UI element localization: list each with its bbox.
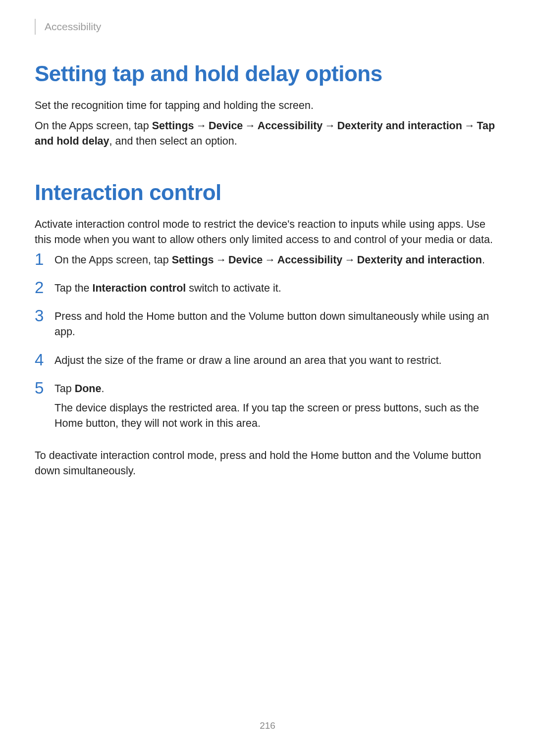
text: On the Apps screen, tap xyxy=(35,120,152,132)
page-number: 216 xyxy=(0,720,535,731)
step-5: 5 Tap Done. The device displays the rest… xyxy=(35,381,500,436)
heading-interaction-control: Interaction control xyxy=(35,180,500,205)
tap-hold-desc: Set the recognition time for tapping and… xyxy=(35,98,500,113)
step-number: 2 xyxy=(35,279,54,296)
path-dexterity: Dexterity and interaction xyxy=(357,254,482,266)
step-number: 4 xyxy=(35,352,54,368)
heading-tap-hold: Setting tap and hold delay options xyxy=(35,61,500,86)
path-device: Device xyxy=(209,120,243,132)
text: . xyxy=(101,383,104,395)
arrow-icon: → xyxy=(322,120,337,132)
section-tap-hold: Setting tap and hold delay options Set t… xyxy=(35,61,500,150)
arrow-icon: → xyxy=(194,120,209,132)
path-dexterity: Dexterity and interaction xyxy=(337,120,462,132)
path-accessibility: Accessibility xyxy=(258,120,322,132)
step-body: Press and hold the Home button and the V… xyxy=(54,309,500,340)
step-number: 5 xyxy=(35,380,54,396)
step-body: Tap the Interaction control switch to ac… xyxy=(54,281,500,296)
step-body: Tap Done. The device displays the restri… xyxy=(54,381,500,436)
text: Tap xyxy=(54,383,75,395)
step-3: 3 Press and hold the Home button and the… xyxy=(35,309,500,340)
step-number: 3 xyxy=(35,307,54,324)
text: , and then select an option. xyxy=(109,135,237,147)
step-1: 1 On the Apps screen, tap Settings→Devic… xyxy=(35,252,500,268)
text: On the Apps screen, tap xyxy=(54,254,172,266)
text: switch to activate it. xyxy=(186,282,281,294)
step-4: 4 Adjust the size of the frame or draw a… xyxy=(35,353,500,368)
bold-done: Done xyxy=(75,383,102,395)
interaction-footer: To deactivate interaction control mode, … xyxy=(35,448,500,479)
steps-list: 1 On the Apps screen, tap Settings→Devic… xyxy=(35,252,500,435)
interaction-intro: Activate interaction control mode to res… xyxy=(35,217,500,248)
tap-hold-path: On the Apps screen, tap Settings→Device→… xyxy=(35,118,500,149)
step-2: 2 Tap the Interaction control switch to … xyxy=(35,281,500,296)
arrow-icon: → xyxy=(342,254,357,266)
text: Tap the xyxy=(54,282,93,294)
text: . xyxy=(482,254,485,266)
arrow-icon: → xyxy=(263,254,277,266)
path-device: Device xyxy=(228,254,263,266)
step-5-sub: The device displays the restricted area.… xyxy=(54,401,500,431)
path-settings: Settings xyxy=(172,254,214,266)
step-body: On the Apps screen, tap Settings→Device→… xyxy=(54,252,500,268)
path-settings: Settings xyxy=(152,120,194,132)
step-body: Adjust the size of the frame or draw a l… xyxy=(54,353,500,368)
path-accessibility: Accessibility xyxy=(277,254,342,266)
header-label: Accessibility xyxy=(35,19,500,35)
section-interaction-control: Interaction control Activate interaction… xyxy=(35,180,500,479)
bold-interaction-control: Interaction control xyxy=(93,282,186,294)
arrow-icon: → xyxy=(214,254,228,266)
step-number: 1 xyxy=(35,251,54,267)
arrow-icon: → xyxy=(243,120,258,132)
arrow-icon: → xyxy=(462,120,477,132)
